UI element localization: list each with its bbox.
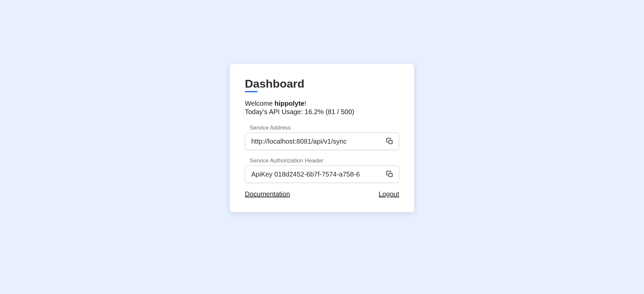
dashboard-card: Dashboard Welcome hippolyte! Today's API… [230, 64, 414, 212]
service-address-box: http://localhost:8081/api/v1/sync [245, 133, 399, 150]
auth-header-label: Service Authorization Header [250, 157, 399, 164]
documentation-link[interactable]: Documentation [245, 190, 290, 198]
footer-links: Documentation Logout [245, 190, 399, 198]
usage-label: Today's API Usage: [245, 108, 305, 115]
logout-link[interactable]: Logout [379, 190, 399, 198]
page-title: Dashboard [245, 77, 305, 90]
svg-rect-0 [389, 140, 392, 144]
copy-icon [386, 170, 393, 178]
welcome-text: Welcome hippolyte! [245, 100, 399, 107]
auth-header-group: Service Authorization Header ApiKey 018d… [245, 157, 399, 183]
auth-header-box: ApiKey 018d2452-6b7f-7574-a758-6 [245, 165, 399, 183]
auth-header-value[interactable]: ApiKey 018d2452-6b7f-7574-a758-6 [251, 170, 383, 178]
svg-rect-1 [389, 173, 392, 177]
copy-auth-header-button[interactable] [385, 170, 394, 179]
api-usage-text: Today's API Usage: 16.2% (81 / 500) [245, 108, 399, 116]
welcome-suffix: ! [304, 100, 306, 107]
copy-service-address-button[interactable] [385, 137, 394, 146]
service-address-label: Service Address [250, 125, 399, 131]
welcome-prefix: Welcome [245, 100, 275, 107]
usage-detail: (81 / 500) [324, 108, 354, 115]
service-address-value[interactable]: http://localhost:8081/api/v1/sync [251, 138, 383, 145]
copy-icon [386, 138, 393, 145]
welcome-username: hippolyte [275, 100, 305, 107]
service-address-group: Service Address http://localhost:8081/ap… [245, 125, 399, 150]
usage-percent: 16.2% [305, 108, 324, 115]
